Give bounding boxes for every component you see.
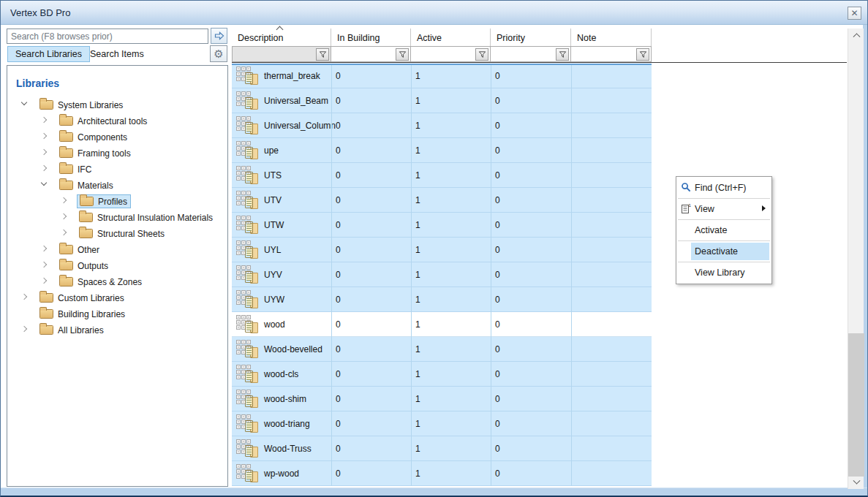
menu-item-deactivate[interactable]: Deactivate [676, 241, 771, 262]
profile-library-item-icon [236, 67, 260, 86]
tree-node[interactable]: All Libraries [37, 323, 107, 337]
filter-button-note[interactable] [636, 48, 649, 61]
close-icon[interactable]: ✕ [848, 7, 861, 20]
sidebar-item-all-libraries[interactable]: All Libraries [7, 322, 227, 338]
tree-node[interactable]: Materials [57, 178, 116, 192]
chevron-collapsed-icon[interactable] [41, 133, 47, 139]
scroll-down-icon[interactable] [848, 477, 864, 489]
chevron-collapsed-icon[interactable] [61, 213, 67, 219]
table-row-utv[interactable]: UTV010 [232, 188, 652, 213]
tab-search-items[interactable]: Search Items [83, 46, 151, 62]
sidebar-item-structural-insulation-materials[interactable]: Structural Insulation Materials [7, 209, 227, 225]
sidebar-item-materials[interactable]: Materials [7, 177, 227, 193]
chevron-collapsed-icon[interactable] [41, 278, 47, 284]
tree-node[interactable]: Building Libraries [37, 307, 128, 321]
table-row-uyw[interactable]: UYW010 [232, 287, 652, 312]
sidebar-item-spaces-zones[interactable]: Spaces & Zones [7, 273, 227, 289]
table-row-wood-triang[interactable]: wood-triang010 [232, 411, 652, 436]
document-lines-icon [245, 147, 253, 159]
tree-node[interactable]: Spaces & Zones [57, 275, 145, 289]
filter-cell-in-building[interactable] [331, 46, 411, 62]
sidebar-item-outputs[interactable]: Outputs [7, 257, 227, 273]
chevron-collapsed-icon[interactable] [61, 197, 67, 203]
sidebar-item-building-libraries[interactable]: Building Libraries [7, 306, 227, 322]
chevron-collapsed-icon[interactable] [21, 326, 27, 332]
column-header-active[interactable]: Active [411, 29, 491, 46]
table-row-uts[interactable]: UTS010 [232, 163, 652, 188]
menu-item-activate[interactable]: Activate [676, 220, 771, 240]
chevron-collapsed-icon[interactable] [21, 294, 27, 300]
tree-node[interactable]: Custom Libraries [37, 291, 127, 305]
filter-button-in-building[interactable] [396, 48, 409, 61]
menu-item-view[interactable]: 1View [676, 199, 771, 219]
sidebar-item-structural-sheets[interactable]: Structural Sheets [7, 225, 227, 241]
sidebar-item-custom-libraries[interactable]: Custom Libraries [7, 289, 227, 306]
menu-item-view-library[interactable]: View Library [676, 262, 771, 283]
chevron-expanded-icon[interactable] [21, 99, 27, 105]
column-header-description[interactable]: Description [232, 29, 331, 46]
table-row-wood-shim[interactable]: wood-shim010 [232, 387, 652, 411]
column-header-note[interactable]: Note [571, 29, 652, 46]
vertical-scrollbar[interactable] [848, 29, 864, 489]
menu-item-find-ctrl-f[interactable]: Find (Ctrl+F) [676, 178, 771, 198]
table-row-wood-bevelled[interactable]: Wood-bevelled010 [232, 337, 652, 362]
filter-cell-priority[interactable] [491, 46, 571, 62]
grid-square [236, 395, 241, 399]
filter-button-description[interactable] [316, 48, 329, 61]
gear-icon[interactable]: ⚙ [210, 45, 227, 62]
search-go-button[interactable] [211, 28, 227, 44]
tree-node[interactable]: Framing tools [57, 146, 134, 160]
tree-node[interactable]: Structural Sheets [77, 227, 167, 240]
table-row-wood[interactable]: wood010 [232, 312, 652, 337]
column-header-in-building[interactable]: In Building [331, 29, 411, 46]
profile-library-item-icon [236, 240, 260, 260]
filter-cell-active[interactable] [411, 46, 491, 62]
filter-button-priority[interactable] [556, 48, 569, 61]
sidebar-item-ifc[interactable]: IFC [7, 161, 227, 177]
filter-button-active[interactable] [475, 48, 488, 61]
scroll-up-icon[interactable] [848, 29, 864, 41]
table-row-thermal-break[interactable]: thermal_break010 [232, 64, 652, 88]
table-row-uyv[interactable]: UYV010 [232, 262, 652, 287]
sidebar-item-profiles[interactable]: Profiles [7, 193, 227, 209]
tree-node[interactable]: Structural Insulation Materials [77, 210, 216, 224]
cell-active: 1 [415, 121, 420, 131]
tree-node[interactable]: IFC [57, 162, 94, 176]
chevron-collapsed-icon[interactable] [41, 246, 47, 251]
sidebar-item-framing-tools[interactable]: Framing tools [7, 145, 227, 161]
grid-square [236, 270, 241, 275]
filter-cell-description[interactable] [232, 46, 331, 62]
table-row-uyl[interactable]: UYL010 [232, 238, 652, 262]
sidebar-item-architectural-tools[interactable]: Architectural tools [7, 113, 227, 129]
column-header-priority[interactable]: Priority [491, 29, 571, 46]
tab-search-libraries[interactable]: Search Libraries [7, 46, 90, 62]
filter-cell-note[interactable] [571, 46, 652, 62]
profile-library-item-icon [236, 414, 260, 434]
search-input[interactable] [7, 29, 208, 44]
view-form-icon: 1 [681, 203, 692, 215]
sidebar-item-system-libraries[interactable]: System Libraries [7, 96, 227, 113]
table-row-wp-wood[interactable]: wp-wood010 [232, 461, 652, 486]
chevron-collapsed-icon[interactable] [41, 149, 47, 155]
table-row-upe[interactable]: upe010 [232, 138, 652, 163]
chevron-expanded-icon[interactable] [41, 180, 47, 186]
sidebar-item-other[interactable]: Other [7, 241, 227, 257]
tree-node[interactable]: System Libraries [37, 98, 126, 112]
tree-node[interactable]: Components [57, 130, 130, 144]
chevron-collapsed-icon[interactable] [41, 262, 47, 268]
table-row-universal-beam[interactable]: Universal_Beam010 [232, 88, 652, 113]
tree-node[interactable]: Architectural tools [57, 114, 150, 128]
chevron-collapsed-icon[interactable] [41, 165, 47, 171]
sidebar-item-components[interactable]: Components [7, 129, 227, 145]
table-row-universal-column[interactable]: Universal_Column010 [232, 113, 652, 138]
table-row-wood-truss[interactable]: Wood-Truss010 [232, 436, 652, 461]
tree-node[interactable]: Outputs [57, 259, 111, 273]
scrollbar-thumb[interactable] [848, 333, 864, 477]
chevron-collapsed-icon[interactable] [41, 117, 47, 123]
tree-node[interactable]: Other [57, 243, 102, 257]
table-row-wood-cls[interactable]: wood-cls010 [232, 362, 652, 387]
chevron-collapsed-icon[interactable] [61, 229, 67, 235]
table-row-utw[interactable]: UTW010 [232, 213, 652, 238]
sidebar-item-label: Materials [78, 181, 116, 191]
tree-node[interactable]: Profiles [77, 194, 131, 208]
